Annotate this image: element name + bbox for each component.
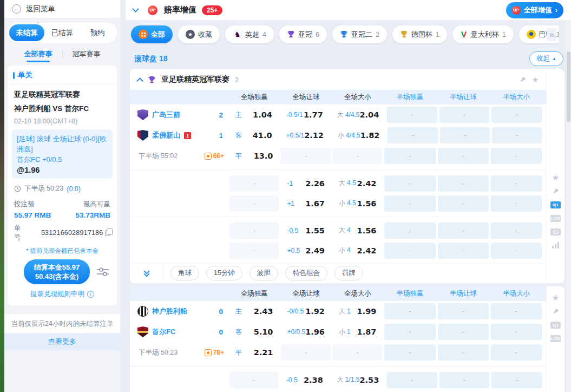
sidebar-footer: 当前仅展示24小时内的未结算注单 查看更多 (4, 314, 120, 350)
section-star-icon[interactable]: ★ (531, 76, 539, 83)
pin-icon (519, 76, 526, 83)
team-name[interactable]: 柔佛新山 (152, 130, 180, 140)
market-tab-5[interactable]: 罚牌 (334, 266, 363, 280)
extra-markets-row: 角球15分钟波胆特色组合罚牌 (130, 263, 546, 283)
odds-cell-empty: - (387, 372, 437, 388)
info-icon: i (87, 291, 94, 298)
status-tab-2[interactable]: 已结算 (44, 24, 80, 41)
odds-cell[interactable]: -0.51.55 (281, 223, 330, 239)
cashout-button[interactable]: 结算本金55.97 50.43(含本金) (24, 259, 90, 284)
league-tab-4[interactable]: 亚冠 6 (279, 25, 327, 43)
slip-league-name: 亚足联精英冠军联赛 (8, 84, 117, 100)
stream-icon[interactable] (550, 228, 561, 236)
cashout-rules-link[interactable]: 提前兑现规则申明 i (8, 284, 117, 300)
collapse-button[interactable]: 收起 ▲ (529, 51, 563, 66)
league-tab-3[interactable]: ♞英超 4 (225, 25, 274, 43)
odds-cell[interactable]: +0.5/12.12 (280, 127, 329, 143)
pin-icon[interactable] (552, 188, 559, 195)
league-tab-1[interactable]: 全部 (131, 25, 173, 43)
league-tab-5[interactable]: 亚冠二 2 (332, 25, 387, 43)
pin-icon[interactable] (552, 308, 559, 315)
sliders-icon[interactable] (96, 266, 109, 277)
scrollbar-thumb[interactable] (567, 51, 570, 122)
triangle-up-icon: ▲ (552, 56, 556, 61)
column-header-6: 半场大小 (491, 93, 542, 102)
row-divider (130, 169, 546, 170)
boost-title: 赔率增值 (164, 5, 196, 15)
odds-cell[interactable]: +0.52.49 (281, 243, 330, 259)
star-icon[interactable]: ★ (552, 174, 559, 181)
section-pin-icon[interactable] (519, 76, 526, 83)
stats-icon[interactable] (552, 242, 559, 249)
team-name[interactable]: 广岛三箭 (152, 110, 180, 120)
premier-league-icon: ♞ (233, 30, 242, 39)
league-tab-2[interactable]: ★收藏 (178, 25, 220, 43)
odds-cell[interactable]: 客5.10 (229, 324, 279, 340)
odds-label: -0.5 (287, 227, 298, 234)
all-boost-button[interactable]: UP 全部增值 › (506, 2, 563, 18)
copy-icon[interactable] (105, 230, 110, 236)
odds-cell[interactable]: 大4.52.42 (333, 175, 382, 192)
odds-label: +0.5/1 (286, 132, 304, 139)
event-tab-2[interactable]: 冠军赛事 (63, 46, 110, 62)
team-score: 1 (219, 132, 227, 140)
odds-cell[interactable]: 大11.99 (333, 303, 382, 319)
odds-cell[interactable]: 大41.56 (333, 223, 382, 239)
status-tab-1[interactable]: 未结算 (9, 24, 44, 41)
row-divider (130, 217, 546, 217)
odds-label: +0/0.5 (287, 328, 305, 336)
odds-cell[interactable]: 主2.43 (229, 303, 279, 319)
league-tab-count: 6 (316, 31, 319, 38)
odds-cell[interactable]: 客41.0 (229, 127, 278, 143)
boost-markets-badge[interactable]: 66+ (205, 152, 227, 160)
odds-cell[interactable]: -0.5/11.77 (280, 107, 329, 123)
market-tab-3[interactable]: 波胆 (250, 266, 278, 280)
view-more-link[interactable]: 查看更多 (4, 333, 120, 350)
odds-cell[interactable]: 小42.42 (333, 243, 382, 259)
odds-cell[interactable]: -0/0.51.92 (281, 303, 330, 319)
boost-icon (205, 349, 212, 356)
market-tab-2[interactable]: 15分钟 (206, 266, 242, 280)
score-counter-badge[interactable]: 0|1 (550, 322, 561, 329)
odds-cell[interactable]: 小4.51.56 (333, 195, 382, 212)
live-badge[interactable]: LIVE (550, 215, 561, 222)
column-header-1: 全场独赢 (229, 93, 279, 102)
league-tab-6[interactable]: 德国杯 1 (392, 25, 447, 43)
boost-markets-badge[interactable]: 78+ (205, 349, 227, 356)
odds-cell[interactable]: 大1/1.52.53 (331, 372, 385, 388)
team-name[interactable]: 神户胜利船 (152, 306, 187, 316)
score-counter-badge[interactable]: 0|1 (550, 201, 561, 208)
back-to-menu-button[interactable]: ← 返回菜单 (4, 0, 120, 18)
odds-cell[interactable]: -12.26 (281, 175, 330, 192)
market-tab-1[interactable]: 角球 (170, 266, 199, 280)
boost-icon (205, 153, 212, 160)
status-tab-3[interactable]: 预约 (80, 24, 115, 41)
market-tab-4[interactable]: 特色组合 (285, 266, 327, 280)
odds-cell[interactable]: 大4/4.52.04 (331, 107, 385, 123)
odds-cell[interactable]: 平13.0 (229, 148, 279, 164)
odds-cell[interactable]: 小11.87 (333, 324, 382, 340)
odds-cell[interactable]: +0/0.51.96 (281, 324, 330, 340)
match-tools-rail: ★0|1LIVE (546, 286, 565, 392)
league-tab-label: 收藏 (198, 30, 212, 40)
cashout-line2: 50.43(含本金) (24, 272, 90, 281)
odds-label: 大4/4.5 (337, 110, 360, 120)
odds-cell[interactable]: 平2.21 (229, 344, 279, 361)
chevron-down-icon[interactable] (132, 5, 139, 12)
up-boost-icon: UP (148, 5, 157, 15)
odds-cell[interactable]: +11.67 (281, 195, 330, 212)
more-tabs-icon[interactable]: » (547, 28, 556, 41)
odds-cell[interactable]: 主1.04 (229, 107, 278, 123)
star-icon[interactable]: ★ (552, 294, 559, 302)
live-badge[interactable]: LIVE (550, 335, 561, 342)
ou-prefix: 大 (339, 179, 345, 187)
odds-label: 大4 (339, 226, 351, 235)
odds-cell[interactable]: -0.52.38 (280, 372, 329, 388)
chevron-up-icon[interactable] (136, 77, 143, 84)
expand-markets-button[interactable] (130, 263, 163, 283)
event-tab-1[interactable]: 全部赛事 (15, 46, 62, 62)
league-tab-7[interactable]: 意大利杯 1 (452, 25, 514, 43)
column-header-3: 全场大小 (333, 289, 382, 298)
team-name[interactable]: 首尔FC (152, 327, 175, 337)
odds-cell[interactable]: 小4/4.51.82 (332, 127, 385, 143)
